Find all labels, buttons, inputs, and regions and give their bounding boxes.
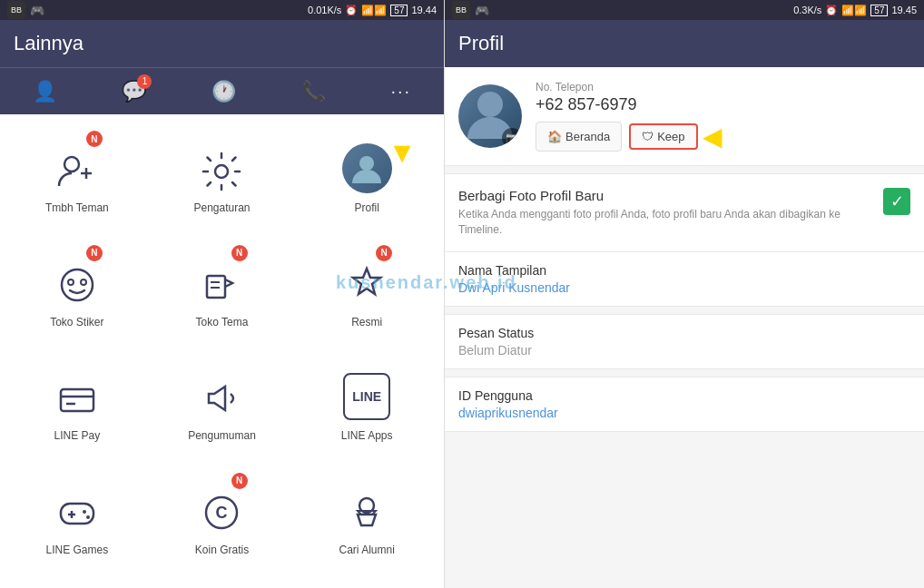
resmi-icon — [342, 260, 392, 310]
berbagi-foto-section: Berbagi Foto Profil Baru Ketika Anda men… — [445, 173, 924, 252]
menu-grid: N Tmbh Teman Pengaturan — [0, 114, 444, 588]
id-pengguna-label: ID Pengguna — [458, 388, 910, 403]
berbagi-foto-text: Berbagi Foto Profil Baru Ketika Anda men… — [458, 188, 874, 238]
menu-item-tambah-teman[interactable]: N Tmbh Teman — [5, 123, 150, 238]
tambah-teman-label: Tmbh Teman — [45, 201, 109, 214]
pengaturan-icon — [197, 146, 247, 196]
nav-more[interactable]: ··· — [383, 77, 418, 105]
time-right: 19.45 — [891, 5, 917, 15]
menu-item-line-pay[interactable]: LINE Pay — [5, 351, 150, 466]
svg-point-0 — [64, 157, 79, 172]
clock-left: ⏰ — [345, 5, 358, 16]
line-pay-label: LINE Pay — [54, 429, 100, 442]
nav-contacts[interactable]: 👤 — [25, 76, 64, 107]
menu-item-toko-tema[interactable]: N Toko Tema — [150, 238, 295, 352]
menu-item-toko-stiker[interactable]: N Toko Stiker — [5, 238, 150, 352]
status-left-icons: BB 🎮 — [7, 1, 44, 19]
phone-number: +62 857-6979 — [536, 95, 910, 114]
status-right-info: 0.01K/s ⏰ 📶📶 57 19.44 — [308, 5, 437, 16]
keep-label: Keep — [657, 130, 684, 143]
svg-point-4 — [359, 156, 374, 171]
svg-point-6 — [68, 279, 74, 285]
camera-badge: 📷 — [502, 128, 522, 148]
beranda-icon: 🏠 — [547, 130, 562, 143]
bb-icon: BB — [7, 1, 25, 19]
line-box-icon: LINE — [343, 373, 390, 420]
cari-alumni-label: Cari Alumni — [339, 544, 394, 556]
svg-point-22 — [477, 92, 503, 117]
keep-button[interactable]: 🛡 Keep — [629, 123, 697, 150]
resmi-label: Resmi — [351, 316, 382, 328]
toko-tema-label: Toko Tema — [196, 316, 249, 328]
berbagi-foto-title: Berbagi Foto Profil Baru — [458, 188, 874, 203]
time-left: 19.44 — [411, 5, 437, 15]
svg-point-7 — [81, 279, 86, 285]
line-games-label: LINE Games — [45, 544, 108, 556]
toko-tema-icon — [197, 260, 247, 310]
menu-item-profil[interactable]: Profil — [294, 123, 439, 238]
speed-right: 0.3K/s — [793, 5, 821, 15]
nama-tampilan-value[interactable]: Dwi Apri Kusnendar — [458, 280, 910, 295]
bb-icon-right: BB — [452, 1, 470, 19]
profil-label: Profil — [354, 201, 378, 214]
pengumuman-icon — [197, 374, 247, 424]
menu-item-line-apps[interactable]: LINE LINE Apps — [294, 351, 439, 466]
nama-tampilan-label: Nama Tampilan — [458, 263, 910, 278]
status-bar-right: BB 🎮 0.3K/s ⏰ 📶📶 57 19.45 — [445, 0, 924, 20]
menu-item-pengumuman[interactable]: Pengumuman — [150, 351, 295, 466]
right-panel: BB 🎮 0.3K/s ⏰ 📶📶 57 19.45 Profil 📷 No. T… — [445, 0, 924, 588]
line-apps-icon: LINE — [342, 374, 392, 424]
profil-icon — [342, 146, 392, 196]
menu-item-cari-alumni[interactable]: Cari Alumni — [294, 466, 439, 580]
koin-gratis-icon: C — [197, 488, 247, 538]
chat-badge: 1 — [137, 74, 152, 89]
line-games-icon — [52, 488, 102, 538]
menu-item-line-games[interactable]: LINE Games — [5, 466, 150, 580]
nav-phone[interactable]: 📞 — [294, 76, 333, 107]
profile-avatar-large: 📷 — [458, 84, 522, 148]
svg-point-5 — [62, 270, 93, 300]
clock-right: ⏰ — [825, 5, 838, 16]
svg-rect-14 — [61, 504, 93, 524]
left-panel: BB 🎮 0.01K/s ⏰ 📶📶 57 19.44 Lainnya ▼ 👤 — [0, 0, 445, 588]
signal-right: 📶📶 — [841, 5, 867, 16]
toggle-berbagi-foto[interactable]: ✓ — [883, 188, 910, 215]
profile-buttons: 🏠 Beranda 🛡 Keep ◀ — [536, 122, 910, 152]
toko-stiker-icon — [52, 260, 102, 310]
beranda-button[interactable]: 🏠 Beranda — [536, 122, 622, 152]
nav-bar: ▼ 👤 1 💬 🕐 📞 ··· — [0, 67, 444, 114]
header-right: Profil — [445, 20, 924, 67]
phone-icon: 📞 — [301, 80, 326, 103]
battery-left: 57 — [390, 5, 408, 16]
id-pengguna-value[interactable]: dwiaprikusnendar — [458, 406, 910, 420]
tambah-teman-badge: N — [86, 131, 103, 147]
line-pay-icon — [52, 374, 102, 424]
pesan-status-section: Pesan Status Belum Diatur — [445, 314, 924, 369]
battery-right: 57 — [870, 5, 888, 16]
pengumuman-label: Pengumuman — [188, 429, 256, 442]
contacts-icon: 👤 — [33, 80, 57, 103]
toko-stiker-badge: N — [86, 245, 103, 261]
pesan-status-label: Pesan Status — [458, 326, 910, 340]
svg-point-18 — [86, 515, 90, 519]
pengaturan-label: Pengaturan — [193, 201, 250, 214]
profile-section: 📷 No. Telepon +62 857-6979 🏠 Beranda 🛡 K… — [445, 67, 924, 166]
menu-item-resmi[interactable]: N Resmi — [294, 238, 439, 352]
menu-item-koin-gratis[interactable]: N C Koin Gratis — [150, 466, 295, 580]
nav-chats[interactable]: 1 💬 — [114, 76, 153, 107]
profile-info: No. Telepon +62 857-6979 🏠 Beranda 🛡 Kee… — [536, 81, 910, 152]
menu-item-pengaturan[interactable]: Pengaturan — [150, 123, 295, 238]
resmi-badge: N — [376, 245, 392, 261]
arrow-down-indicator: ▼ — [388, 136, 417, 170]
more-icon: ··· — [390, 81, 411, 102]
keep-icon: 🛡 — [642, 130, 654, 143]
id-pengguna-section: ID Pengguna dwiaprikusnendar — [445, 377, 924, 432]
berbagi-foto-subtitle: Ketika Anda mengganti foto profil Anda, … — [458, 207, 874, 238]
pesan-status-value: Belum Diatur — [458, 343, 910, 358]
game-icon: 🎮 — [30, 4, 44, 17]
svg-point-3 — [215, 165, 228, 178]
nama-tampilan-section: Nama Tampilan Dwi Apri Kusnendar — [445, 252, 924, 307]
svg-text:C: C — [216, 504, 228, 522]
signal-left: 📶📶 — [361, 5, 387, 16]
nav-history[interactable]: 🕐 — [204, 76, 243, 107]
